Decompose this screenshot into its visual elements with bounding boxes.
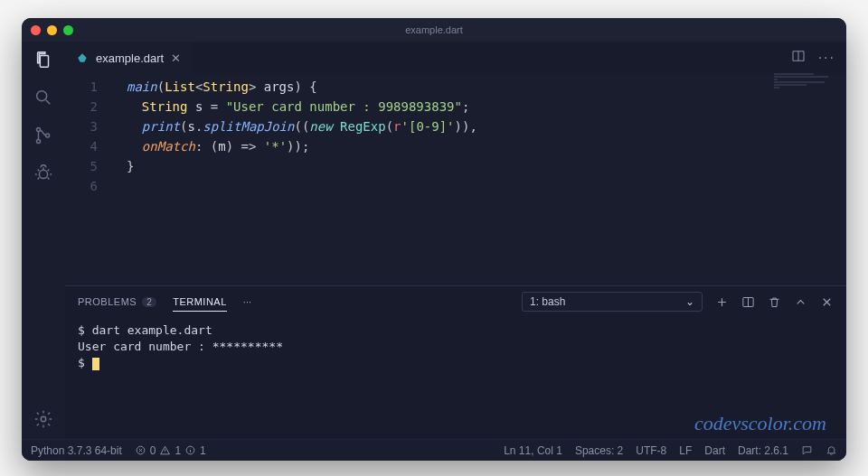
status-bar: Python 3.7.3 64-bit 0 1 1 Ln 11, Col 1 S… — [22, 439, 846, 461]
svg-point-1 — [36, 128, 40, 132]
bottom-panel: PROBLEMS 2 TERMINAL ··· 1: bash ⌄ — [65, 285, 846, 439]
status-cursor-pos[interactable]: Ln 11, Col 1 — [504, 444, 562, 457]
terminal-select[interactable]: 1: bash ⌄ — [522, 292, 703, 312]
tab-bar: example.dart ✕ ··· — [65, 42, 846, 73]
new-terminal-icon[interactable] — [715, 295, 729, 309]
status-dart-sdk[interactable]: Dart: 2.6.1 — [738, 444, 788, 457]
tab-problems[interactable]: PROBLEMS 2 — [78, 296, 156, 307]
split-editor-icon[interactable] — [791, 49, 806, 67]
source-control-icon[interactable] — [33, 125, 54, 146]
search-icon[interactable] — [33, 87, 54, 108]
code-content: main(List<String> args) { String s = "Us… — [112, 77, 846, 285]
status-eol[interactable]: LF — [679, 444, 692, 457]
info-circle-icon — [184, 444, 196, 456]
terminal-output[interactable]: $ dart example.dartUser card number : **… — [65, 317, 846, 439]
close-panel-icon[interactable] — [820, 295, 834, 309]
minimize-window-icon[interactable] — [47, 25, 57, 35]
trash-icon[interactable] — [768, 295, 781, 309]
terminal-cursor — [92, 358, 99, 370]
svg-point-4 — [39, 170, 47, 178]
close-window-icon[interactable] — [31, 25, 41, 35]
tab-label: example.dart — [96, 51, 164, 65]
titlebar: example.dart — [22, 18, 846, 42]
activity-bar — [22, 42, 65, 439]
settings-gear-icon[interactable] — [33, 408, 54, 430]
debug-icon[interactable] — [33, 163, 54, 184]
split-terminal-icon[interactable] — [741, 295, 755, 309]
status-encoding[interactable]: UTF-8 — [636, 444, 666, 457]
status-indent[interactable]: Spaces: 2 — [575, 444, 623, 457]
status-language[interactable]: Dart — [704, 444, 725, 457]
svg-point-5 — [41, 416, 46, 422]
explorer-icon[interactable] — [33, 49, 54, 70]
feedback-icon[interactable] — [801, 444, 813, 456]
window-title: example.dart — [405, 24, 463, 35]
tab-example-dart[interactable]: example.dart ✕ — [65, 42, 192, 73]
dart-file-icon — [76, 51, 89, 64]
tab-terminal[interactable]: TERMINAL — [173, 296, 227, 312]
line-gutter: 1 2 3 4 5 6 — [65, 77, 112, 285]
error-circle-icon — [135, 444, 146, 456]
editor-window: example.dart examp — [22, 18, 846, 461]
code-editor[interactable]: 1 2 3 4 5 6 main(List<String> args) { St… — [65, 73, 846, 285]
minimap[interactable] — [774, 73, 846, 285]
more-actions-icon[interactable]: ··· — [818, 50, 835, 66]
tab-close-icon[interactable]: ✕ — [171, 51, 181, 65]
workbench: example.dart ✕ ··· 1 2 3 4 5 6 — [22, 42, 846, 439]
panel-tabs: PROBLEMS 2 TERMINAL ··· 1: bash ⌄ — [65, 286, 846, 317]
status-python[interactable]: Python 3.7.3 64-bit — [31, 444, 122, 457]
panel-more-icon[interactable]: ··· — [243, 296, 251, 307]
bell-icon[interactable] — [826, 444, 837, 456]
svg-point-3 — [46, 134, 50, 137]
main-area: example.dart ✕ ··· 1 2 3 4 5 6 — [65, 42, 846, 439]
svg-point-2 — [36, 139, 40, 143]
status-diagnostics[interactable]: 0 1 1 — [135, 444, 206, 457]
problems-badge: 2 — [142, 297, 156, 307]
maximize-window-icon[interactable] — [63, 25, 73, 35]
chevron-down-icon: ⌄ — [685, 295, 694, 308]
warning-triangle-icon — [159, 444, 171, 456]
svg-point-0 — [37, 91, 47, 101]
traffic-lights — [31, 25, 73, 35]
chevron-up-icon[interactable] — [794, 295, 807, 309]
